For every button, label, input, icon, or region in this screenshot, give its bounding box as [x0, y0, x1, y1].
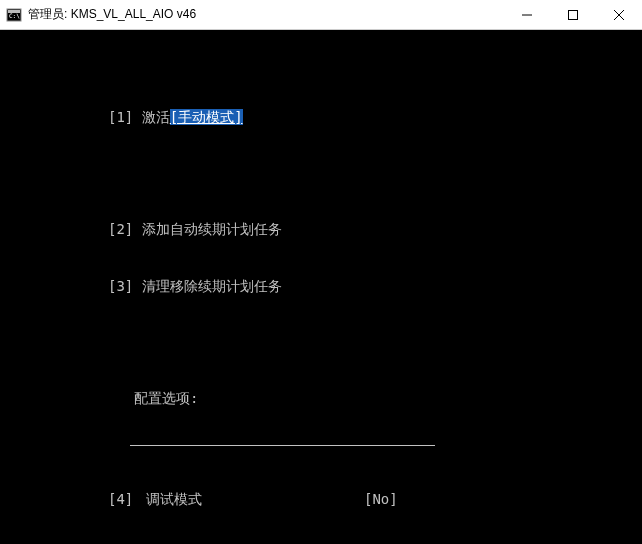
- svg-text:C:\: C:\: [9, 12, 20, 19]
- window-controls: [504, 0, 642, 29]
- menu-item-2[interactable]: [2] 添加自动续期计划任务: [0, 220, 642, 239]
- close-button[interactable]: [596, 0, 642, 29]
- menu-item-1[interactable]: [1] 激活[手动模式]: [0, 108, 642, 127]
- menu-label: 清理移除续期计划任务: [142, 278, 282, 294]
- menu-label: 激活: [142, 109, 170, 125]
- divider: [130, 444, 435, 446]
- menu-label: 调试模式: [146, 490, 364, 509]
- menu-item-3[interactable]: [3] 清理移除续期计划任务: [0, 277, 642, 296]
- maximize-button[interactable]: [550, 0, 596, 29]
- window-title: 管理员: KMS_VL_ALL_AIO v46: [28, 6, 504, 23]
- svg-rect-4: [569, 10, 578, 19]
- menu-key: [1]: [108, 108, 133, 127]
- window-titlebar: C:\ 管理员: KMS_VL_ALL_AIO v46: [0, 0, 642, 30]
- menu-key: [2]: [108, 220, 133, 239]
- menu-label: 添加自动续期计划任务: [142, 221, 282, 237]
- app-icon: C:\: [6, 7, 22, 23]
- menu-key: [4]: [108, 490, 146, 509]
- section-header-config: 配置选项:: [0, 389, 642, 408]
- menu-key: [3]: [108, 277, 133, 296]
- terminal-output: [1] 激活[手动模式] [2] 添加自动续期计划任务 [3] 清理移除续期计划…: [0, 30, 642, 544]
- minimize-button[interactable]: [504, 0, 550, 29]
- menu-value: [No]: [364, 490, 398, 509]
- menu-item-4[interactable]: [4]调试模式[No]: [0, 490, 642, 509]
- activation-mode-badge: [手动模式]: [170, 109, 243, 125]
